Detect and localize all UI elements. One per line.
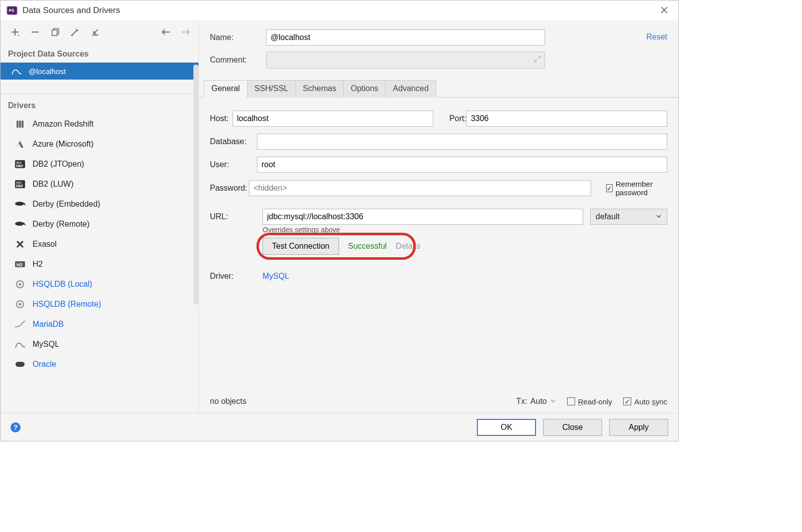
driver-item[interactable]: Exasol [1,234,198,254]
tx-value: Auto [530,397,547,406]
auto-sync-label: Auto sync [634,397,667,406]
sidebar-toolbar [1,21,198,44]
help-icon[interactable]: ? [11,422,21,432]
remove-button[interactable] [30,27,41,38]
remember-password-checkbox[interactable]: Remember password [606,180,667,197]
details-link[interactable]: Details [396,242,420,251]
driver-item[interactable]: Derby (Remote) [1,214,198,234]
dialog-footer: ? OK Close Apply [1,413,678,441]
svg-point-21 [19,303,22,306]
tab-advanced[interactable]: Advanced [385,80,436,98]
driver-link[interactable]: MySQL [262,272,289,281]
driver-label: HSQLDB (Remote) [33,300,101,309]
checkbox-icon [623,397,631,405]
reset-link[interactable]: Reset [646,33,667,42]
auto-sync-checkbox[interactable]: Auto sync [623,397,667,406]
comment-input[interactable] [266,52,545,69]
driver-label: Exasol [33,240,57,249]
url-mode-value: default [596,212,620,221]
h2-icon: H2 [14,259,27,270]
tab-schemas[interactable]: Schemas [296,80,344,98]
section-drivers: Drivers [1,95,198,114]
svg-point-19 [19,283,22,286]
expand-icon[interactable] [533,55,542,65]
add-button[interactable] [10,27,21,38]
tab-ssh-ssl[interactable]: SSH/SSL [247,80,296,98]
titlebar: PS Data Sources and Drivers [1,1,678,21]
tabs: GeneralSSH/SSLSchemasOptionsAdvanced [199,80,678,98]
close-icon[interactable] [656,3,672,19]
driver-item[interactable]: Amazon Redshift [1,114,198,134]
section-data-sources: Project Data Sources [1,44,198,63]
forward-button[interactable] [180,27,191,38]
driver-label: Derby (Remote) [33,220,90,229]
scrollbar[interactable] [193,65,198,305]
password-input[interactable] [249,180,591,196]
user-input[interactable] [257,157,667,173]
tx-mode-select[interactable]: Tx: Auto [516,397,556,406]
checkbox-icon [606,184,613,192]
svg-point-3 [18,35,19,36]
port-input[interactable] [466,111,667,127]
user-label: User: [210,160,257,169]
name-input[interactable] [266,30,545,46]
sidebar: Project Data Sources @localhost Drivers … [1,21,199,413]
url-input[interactable] [262,209,583,225]
ok-button[interactable]: OK [477,419,536,436]
name-label: Name: [210,33,266,42]
objects-status: no objects [210,397,246,406]
tab-options[interactable]: Options [343,80,386,98]
drivers-list: Amazon RedshiftAzure (Microsoft)IBMDB2DB… [1,114,198,413]
duplicate-button[interactable] [50,27,61,38]
close-button[interactable]: Close [543,419,602,436]
mysql-icon [11,67,23,76]
read-only-checkbox[interactable]: Read-only [567,397,612,406]
data-source-item[interactable]: @localhost [1,63,198,80]
driver-label: Driver: [210,272,262,281]
driver-item[interactable]: Oracle [1,354,198,374]
mariadb-icon [14,319,27,330]
test-connection-button[interactable]: Test Connection [262,238,339,255]
tab-general[interactable]: General [204,80,247,98]
password-label: Password: [210,184,249,193]
driver-label: DB2 (JTOpen) [33,160,84,169]
derby-icon [14,219,27,230]
svg-point-15 [15,222,24,226]
driver-label: DB2 (LUW) [33,180,74,189]
data-sources-list: @localhost [1,63,198,80]
driver-item[interactable]: HSQLDB (Remote) [1,294,198,314]
status-bar: no objects Tx: Auto Read-only Auto sync [210,397,667,406]
read-only-label: Read-only [578,397,612,406]
back-button[interactable] [160,27,171,38]
database-input[interactable] [257,134,667,150]
apply-button[interactable]: Apply [609,419,668,436]
database-label: Database: [210,137,257,146]
driver-item[interactable]: Azure (Microsoft) [1,134,198,154]
svg-rect-5 [17,121,19,128]
driver-item[interactable]: MySQL [1,334,198,354]
exasol-icon [14,239,27,250]
hsqldb-icon [14,299,27,310]
dialog-window: PS Data Sources and Drivers [0,0,679,441]
host-input[interactable] [232,111,433,127]
url-hint: Overrides settings above [262,226,667,234]
azure-icon [14,139,27,150]
settings-button[interactable] [70,27,81,38]
derby-icon [14,199,27,210]
db2-icon: IBMDB2 [14,179,27,190]
driver-item[interactable]: IBMDB2DB2 (JTOpen) [1,154,198,174]
svg-rect-22 [16,362,25,367]
svg-rect-7 [22,121,24,128]
driver-item[interactable]: MariaDB [1,314,198,334]
driver-item[interactable]: Derby (Embedded) [1,194,198,214]
svg-text:DB2: DB2 [16,164,23,168]
url-mode-select[interactable]: default [590,209,667,225]
driver-item[interactable]: IBMDB2DB2 (LUW) [1,174,198,194]
url-label: URL: [210,212,262,221]
driver-item[interactable]: H2H2 [1,254,198,274]
driver-item[interactable]: HSQLDB (Local) [1,274,198,294]
checkbox-icon [567,397,575,405]
svg-point-14 [15,202,24,206]
import-button[interactable] [90,27,101,38]
data-source-label: @localhost [29,67,66,76]
